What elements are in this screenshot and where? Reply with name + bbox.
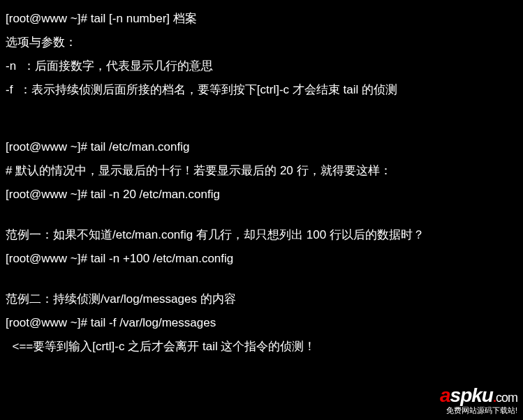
terminal-line: # 默认的情况中，显示最后的十行！若要显示最后的 20 行，就得要这样： <box>6 159 517 183</box>
terminal-line: -n ：后面接数字，代表显示几行的意思 <box>6 54 517 78</box>
watermark-brand: aspku.com <box>440 386 517 405</box>
terminal-output: [root@www ~]# tail [-n number] 档案 选项与参数：… <box>0 0 523 366</box>
terminal-line: [root@www ~]# tail [-n number] 档案 <box>6 7 517 31</box>
watermark-letter-a: a <box>440 384 450 406</box>
blank-line <box>6 207 517 223</box>
blank-line <box>6 102 517 119</box>
terminal-line: 选项与参数： <box>6 31 517 54</box>
watermark-logo: aspku.com 免费网站源码下载站! <box>440 386 517 414</box>
terminal-line: 范例二：持续侦测/var/log/messages 的内容 <box>6 287 517 311</box>
terminal-line: [root@www ~]# tail -n 20 /etc/man.config <box>6 183 517 207</box>
terminal-line: -f ：表示持续侦测后面所接的档名，要等到按下[ctrl]-c 才会结束 tai… <box>6 78 517 102</box>
blank-line <box>6 271 517 287</box>
watermark-letters-spku: spku <box>450 384 493 406</box>
blank-line <box>6 119 517 135</box>
watermark-com: com <box>496 391 517 405</box>
terminal-line: 范例一：如果不知道/etc/man.config 有几行，却只想列出 100 行… <box>6 223 517 247</box>
terminal-line: [root@www ~]# tail -n +100 /etc/man.conf… <box>6 247 517 271</box>
terminal-line: <==要等到输入[crtl]-c 之后才会离开 tail 这个指令的侦测！ <box>6 335 517 359</box>
terminal-line: [root@www ~]# tail /etc/man.config <box>6 135 517 159</box>
terminal-line: [root@www ~]# tail -f /var/log/messages <box>6 311 517 335</box>
watermark-tagline: 免费网站源码下载站! <box>440 407 517 414</box>
